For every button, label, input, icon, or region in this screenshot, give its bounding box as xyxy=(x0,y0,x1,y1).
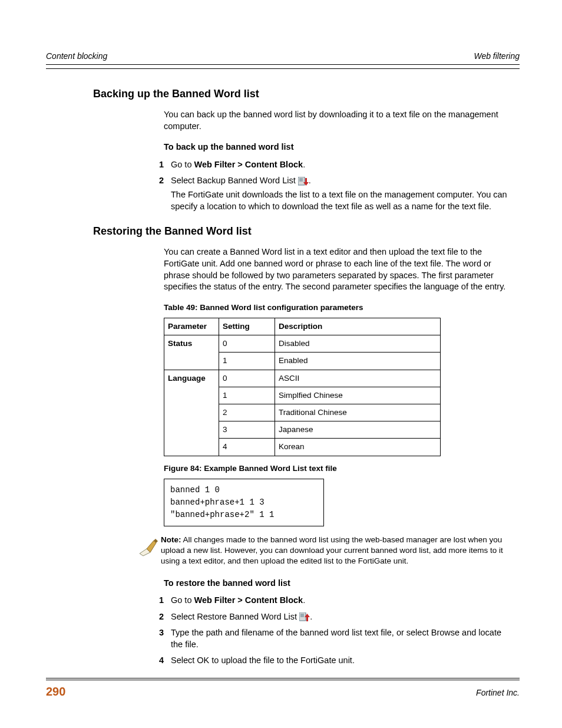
step-text: Select Restore Banned Word List . xyxy=(171,611,514,623)
footer-rule-1 xyxy=(46,678,520,678)
step-number: 3 xyxy=(152,627,164,650)
figure-caption: Figure 84: Example Banned Word List text… xyxy=(164,463,514,474)
td-setting: 0 xyxy=(219,370,275,387)
step-number: 1 xyxy=(152,595,164,607)
step-text: Go to Web Filter > Content Block. xyxy=(171,159,514,171)
backup-step-1: 1 Go to Web Filter > Content Block. xyxy=(152,159,514,171)
th-parameter: Parameter xyxy=(164,318,219,335)
td-desc: ASCII xyxy=(275,370,441,387)
step-text: Type the path and filename of the banned… xyxy=(171,627,514,650)
backup-step-2: 2 Select Backup Banned Word List . The F… xyxy=(152,175,514,212)
restore-intro: You can create a Banned Word list in a t… xyxy=(164,246,514,292)
table-caption: Table 49: Banned Word list configuration… xyxy=(164,302,514,313)
backup-proc-heading: To back up the banned word list xyxy=(164,141,514,153)
restore-step-2: 2 Select Restore Banned Word List . xyxy=(152,611,514,623)
step-number: 2 xyxy=(152,611,164,623)
td-desc: Korean xyxy=(275,439,441,456)
td-desc: Traditional Chinese xyxy=(275,404,441,421)
step-text: Go to Web Filter > Content Block. xyxy=(171,595,514,607)
restore-proc-heading: To restore the banned word list xyxy=(164,578,514,589)
page-footer: 290 Fortinet Inc. xyxy=(46,678,520,700)
header-rule-2 xyxy=(46,68,520,69)
footer-company: Fortinet Inc. xyxy=(476,687,520,699)
th-setting: Setting xyxy=(219,318,275,335)
heading-restore: Restoring the Banned Word list xyxy=(93,224,520,238)
th-description: Description xyxy=(275,318,441,335)
td-desc: Simplfied Chinese xyxy=(275,387,441,404)
header-rule-1 xyxy=(46,64,520,65)
td-setting: 1 xyxy=(219,387,275,404)
td-param: Language xyxy=(164,370,219,456)
step-text: Select Backup Banned Word List . The For… xyxy=(171,175,514,212)
code-line: banned+phrase+1 1 3 xyxy=(170,496,318,509)
page-number: 290 xyxy=(46,684,65,700)
step-number: 4 xyxy=(152,655,164,667)
step-number: 1 xyxy=(152,159,164,171)
code-example: banned 1 0 banned+phrase+1 1 3 "banned+p… xyxy=(164,479,324,526)
td-desc: Disabled xyxy=(275,335,441,353)
td-setting: 3 xyxy=(219,421,275,439)
step-text: Select OK to upload the file to the Fort… xyxy=(171,655,514,667)
restore-step-1: 1 Go to Web Filter > Content Block. xyxy=(152,595,514,607)
td-setting: 0 xyxy=(219,335,275,353)
step-number: 2 xyxy=(152,175,164,212)
code-line: "banned+phrase+2" 1 1 xyxy=(170,509,318,521)
restore-step-4: 4 Select OK to upload the file to the Fo… xyxy=(152,655,514,667)
td-setting: 1 xyxy=(219,353,275,370)
td-desc: Enabled xyxy=(275,353,441,370)
download-icon xyxy=(298,177,309,186)
param-table: Parameter Setting Description Status 0 D… xyxy=(164,318,441,456)
note-text: Note: All changes made to the banned wor… xyxy=(161,535,514,567)
running-header-left: Content blocking xyxy=(46,51,107,62)
restore-step-3: 3 Type the path and filename of the bann… xyxy=(152,627,514,650)
heading-backup: Backing up the Banned Word list xyxy=(93,87,520,101)
running-header: Content blocking Web filtering xyxy=(46,51,520,62)
note-block: Note: All changes made to the banned wor… xyxy=(137,535,514,567)
footer-rule-2 xyxy=(46,680,520,680)
td-desc: Japanese xyxy=(275,421,441,439)
td-param: Status xyxy=(164,335,219,370)
running-header-right: Web filtering xyxy=(474,51,520,62)
code-line: banned 1 0 xyxy=(170,484,318,496)
upload-icon xyxy=(299,612,310,622)
note-icon xyxy=(137,536,161,567)
td-setting: 2 xyxy=(219,404,275,421)
td-setting: 4 xyxy=(219,439,275,456)
backup-intro: You can back up the banned word list by … xyxy=(164,109,514,132)
